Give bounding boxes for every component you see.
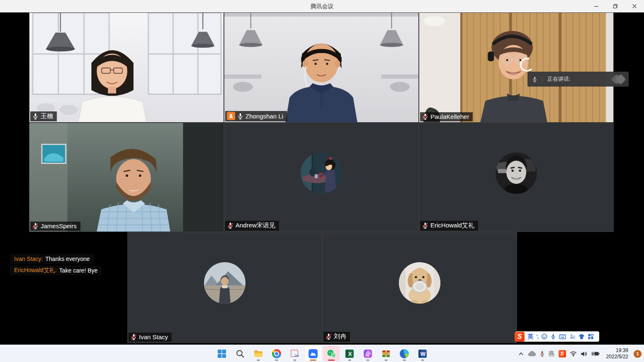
file-explorer-icon (253, 349, 263, 358)
excel-icon: X (345, 349, 354, 358)
chat-text: Take care! Bye (59, 267, 98, 274)
notification-count-badge[interactable]: 1 (634, 350, 642, 358)
volume-icon[interactable] (581, 351, 588, 357)
window-titlebar: 腾讯会议 (0, 0, 644, 12)
video-frame-dim-room (29, 123, 224, 232)
mic-muted-icon (325, 333, 332, 340)
avatar-golden-puppy (399, 262, 440, 304)
system-tray: 燕 S 19:39 2022/5/22 (518, 345, 642, 362)
participant-name: Ivan Stacy (139, 333, 168, 340)
microphone-in-use-icon[interactable] (540, 350, 545, 357)
taskbar-center-icons: ✂ (214, 346, 431, 361)
winrar-button[interactable] (378, 346, 394, 361)
participant-name: EricHowald艾礼 (430, 222, 474, 229)
ime-punctuation-button[interactable]: ’, (536, 334, 538, 340)
avatar (301, 152, 342, 194)
video-tile-jamesspeirs[interactable]: JamesSpeirs (29, 123, 224, 232)
wifi-icon[interactable] (570, 351, 577, 357)
tencent-meeting-icon (308, 349, 318, 359)
divider (542, 75, 542, 83)
participant-namebar: 王楠 (30, 111, 57, 121)
participant-namebar: Ivan Stacy (129, 333, 172, 342)
tray-date: 2022/5/22 (606, 354, 628, 360)
close-icon (632, 4, 637, 9)
sogou-ime-toolbar: S 英 ’, (515, 331, 599, 342)
desktop-screen: 腾讯会议 (0, 0, 644, 362)
chrome-button[interactable] (268, 346, 285, 361)
video-tile-erichowald[interactable]: EricHowald艾礼 (419, 123, 614, 232)
mic-muted-icon (227, 222, 234, 229)
video-tile-zhongshan-li[interactable]: Zhongshan Li (224, 12, 419, 123)
avatar (399, 262, 440, 304)
restore-button[interactable] (606, 0, 625, 12)
chat-sender: EricHowald艾礼: (14, 267, 57, 274)
chrome-icon (272, 349, 281, 358)
file-explorer-button[interactable] (250, 346, 267, 361)
participant-namebar: JamesSpeirs (30, 222, 80, 231)
speaking-indicator-panel: 正在讲话: (527, 72, 629, 87)
participant-namebar: Andrew宋谙见 (225, 221, 279, 231)
skin-shirt-icon[interactable] (578, 334, 585, 340)
participant-name: PaulaKelleher (430, 113, 469, 120)
participant-namebar: 刘冉 (323, 332, 350, 342)
excel-button[interactable]: X (341, 346, 358, 361)
edge-button[interactable] (396, 346, 413, 361)
video-tile-andrew[interactable]: Andrew宋谙见 (224, 123, 419, 232)
purple-app-icon (363, 349, 372, 358)
avatar (496, 152, 537, 194)
ime-english-mode-button[interactable]: 英 (527, 333, 533, 340)
ime-language-tray-icon[interactable]: 燕 (549, 350, 555, 358)
start-button[interactable] (214, 346, 230, 361)
winrar-icon (382, 349, 391, 358)
avatar (204, 262, 245, 304)
avatar-man-outdoors (204, 262, 245, 304)
sogou-tools-icon[interactable] (569, 333, 576, 340)
video-tile-ivan-stacy[interactable]: Ivan Stacy (127, 232, 322, 343)
purple-app-button[interactable] (360, 346, 376, 361)
mic-muted-icon (422, 113, 429, 120)
voice-input-icon[interactable] (550, 333, 556, 340)
video-frame-wood-screen-room (419, 13, 613, 122)
toolbox-grid-icon[interactable] (588, 333, 594, 340)
taskbar-clock[interactable]: 19:39 2022/5/22 (606, 348, 628, 360)
minimize-button[interactable] (587, 0, 606, 12)
battery-charging-icon[interactable] (591, 351, 600, 357)
tray-time: 19:39 (606, 348, 628, 354)
snipping-tool-button[interactable]: ✂ (287, 346, 303, 361)
wechat-button[interactable] (323, 346, 340, 361)
window-controls (587, 0, 644, 12)
participant-name: JamesSpeirs (41, 222, 77, 229)
video-tile-paulakelleher[interactable]: PaulaKelleher (419, 12, 614, 123)
video-tile-wangnan[interactable]: 王楠 (29, 12, 224, 123)
snipping-tool-icon: ✂ (291, 350, 299, 358)
participant-namebar: PaulaKelleher (420, 112, 473, 121)
video-frame-office (224, 13, 418, 122)
participant-name: Zhongshan Li (245, 113, 283, 120)
mic-muted-icon (130, 333, 137, 340)
search-button[interactable] (232, 346, 248, 361)
sogou-logo-icon[interactable]: S (515, 332, 525, 342)
emoji-picker-icon[interactable] (541, 333, 547, 340)
chat-message: EricHowald艾礼: Take care! Bye (10, 265, 102, 275)
window-title: 腾讯会议 (0, 0, 644, 12)
participant-name: 刘冉 (334, 333, 346, 340)
chat-text: Thanks everyone (45, 256, 90, 262)
participant-name: Andrew宋谙见 (236, 222, 275, 229)
svg-text:X: X (348, 351, 352, 357)
participant-namebar: EricHowald艾礼 (420, 221, 478, 231)
close-button[interactable] (625, 0, 644, 12)
tencent-meeting-button[interactable] (305, 346, 321, 361)
word-icon: W (418, 349, 427, 358)
svg-text:W: W (420, 351, 425, 357)
hidden-icons-chevron-icon[interactable] (518, 352, 524, 356)
video-tile-liuran[interactable]: 刘冉 (322, 232, 517, 343)
word-button[interactable]: W (414, 346, 431, 361)
mic-on-icon (237, 113, 244, 120)
avatar-anime-girl (301, 152, 342, 194)
speaking-mic-icon (532, 76, 538, 82)
soft-keyboard-icon[interactable] (559, 334, 566, 340)
sogou-tray-icon[interactable]: S (559, 350, 566, 357)
onedrive-cloud-icon[interactable] (527, 351, 536, 357)
host-badge-icon (227, 112, 235, 120)
participant-name: 王楠 (41, 112, 53, 120)
